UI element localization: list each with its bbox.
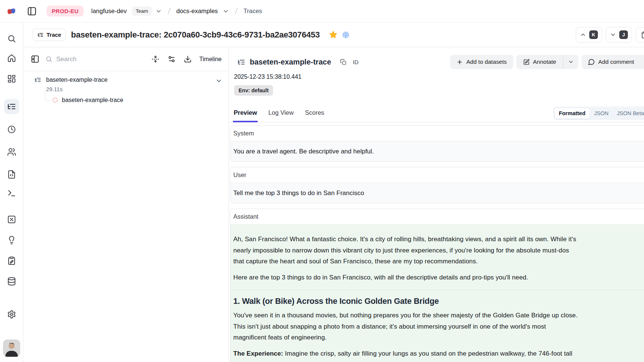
- annotate-dropdown-chevron-icon[interactable]: [563, 55, 578, 69]
- observation-tree-panel: Timeline baseten-example-trace 29.11s: [23, 47, 229, 362]
- search-icon[interactable]: [7, 34, 16, 43]
- assistant-section-heading: 1. Walk (or Bike) Across the Iconic Gold…: [233, 298, 644, 305]
- add-comment-button[interactable]: Add comment: [582, 55, 644, 69]
- id-label[interactable]: ID: [353, 59, 359, 65]
- copy-id-icon[interactable]: [340, 59, 347, 65]
- tab-scores[interactable]: Scores: [304, 105, 325, 122]
- tree-root-label: baseten-example-trace: [46, 77, 108, 83]
- datasets-database-icon[interactable]: [7, 277, 16, 286]
- comment-bubble-icon: [588, 59, 595, 65]
- public-globe-icon[interactable]: [342, 31, 350, 39]
- tree-search: [45, 56, 143, 63]
- trace-type-label: Trace: [47, 32, 61, 38]
- markdown-divider: [233, 290, 644, 290]
- message-list: System You are a travel agent. Be descri…: [229, 122, 644, 362]
- bookmark-star-icon[interactable]: [329, 30, 338, 39]
- delete-trace-button[interactable]: [636, 27, 644, 43]
- detail-title: baseten-example-trace: [250, 58, 331, 66]
- search-input[interactable]: [56, 56, 113, 63]
- chevron-up-icon: [580, 32, 586, 38]
- settings-gear-icon[interactable]: [7, 310, 16, 319]
- view-mode-segmented-control: Formatted JSON JSON Beta: [553, 107, 644, 120]
- tab-preview[interactable]: Preview: [233, 105, 258, 122]
- assistant-experience-paragraph: The Experience: Imagine the crisp, salty…: [233, 348, 644, 359]
- previous-trace-button[interactable]: K: [576, 27, 602, 43]
- sidebar-toggle-icon[interactable]: [26, 6, 38, 17]
- tree-child-label: baseten-example-trace: [62, 97, 123, 104]
- view-mode-json[interactable]: JSON: [590, 108, 613, 119]
- tree-root-item[interactable]: baseten-example-trace 29.11s: [23, 77, 228, 92]
- tab-log-view[interactable]: Log View: [267, 105, 294, 122]
- org-type-badge[interactable]: Team: [132, 6, 152, 16]
- shortcut-key-k: K: [589, 30, 598, 39]
- collapse-all-icon[interactable]: [152, 55, 159, 63]
- annotate-label: Annotate: [533, 59, 556, 65]
- square-pen-icon: [523, 59, 530, 65]
- prompts-file-code-icon[interactable]: [7, 170, 16, 179]
- system-message-card: System You are a travel agent. Be descri…: [230, 125, 644, 162]
- detail-actions: Add to datasets Annotate: [450, 55, 644, 69]
- tree-root-duration: 29.11s: [46, 86, 228, 92]
- trash-icon: [641, 31, 644, 39]
- trace-header-bar: Trace baseten-example-trace: 2c070a60-3c…: [23, 23, 644, 47]
- message-role-label: User: [230, 167, 644, 183]
- chevron-down-icon: [610, 32, 616, 38]
- breadcrumb-project[interactable]: docs-examples: [176, 8, 218, 15]
- tree-settings-sliders-icon[interactable]: [168, 55, 176, 63]
- breadcrumb-current-page[interactable]: Traces: [243, 8, 262, 15]
- view-mode-formatted[interactable]: Formatted: [554, 108, 590, 119]
- tree-child-item[interactable]: baseten-example-trace: [23, 97, 228, 104]
- add-comment-label: Add comment: [598, 59, 634, 65]
- shortcut-key-j: J: [619, 30, 628, 39]
- next-trace-button[interactable]: J: [606, 27, 632, 43]
- dashboard-icon[interactable]: [7, 74, 16, 83]
- timeline-toggle[interactable]: Timeline: [199, 56, 222, 63]
- breadcrumb-separator: /: [235, 6, 238, 16]
- langfuse-logo-icon: [5, 5, 17, 17]
- annotate-split-button: Annotate: [516, 55, 578, 69]
- sessions-clock-icon[interactable]: [7, 125, 16, 134]
- user-avatar[interactable]: [3, 339, 20, 357]
- experience-bold-label: The Experience:: [233, 350, 283, 357]
- collapse-node-chevron-icon[interactable]: [215, 77, 222, 84]
- trace-navigation-buttons: K J: [576, 27, 644, 43]
- plus-icon: [456, 59, 463, 65]
- breadcrumb-separator: /: [167, 6, 171, 16]
- generation-icon: [52, 97, 59, 104]
- users-icon[interactable]: [7, 147, 16, 156]
- annotation-clipboard-pen-icon[interactable]: [7, 256, 16, 265]
- collapse-panel-icon[interactable]: [31, 55, 39, 63]
- playground-terminal-icon[interactable]: [7, 189, 16, 198]
- assistant-intro-paragraph: Ah, San Francisco! What a fantastic choi…: [233, 234, 644, 267]
- tree-toolbar: Timeline: [23, 47, 228, 71]
- assistant-message-body: Ah, San Francisco! What a fantastic choi…: [230, 225, 644, 362]
- breadcrumb-organization[interactable]: langfuse-dev: [91, 8, 126, 15]
- sidebar-item-tracing[interactable]: [4, 99, 19, 114]
- user-message-card: User Tell me the top 3 things to do in S…: [230, 167, 644, 203]
- project-dropdown-chevron-icon[interactable]: [222, 8, 229, 15]
- annotate-button[interactable]: Annotate: [516, 55, 563, 69]
- assistant-lead-in-paragraph: Here are the top 3 things to do in San F…: [233, 272, 644, 283]
- trace-tree-icon: [38, 32, 44, 38]
- observation-tree: baseten-example-trace 29.11s baseten-exa…: [23, 71, 228, 104]
- insights-lightbulb-icon[interactable]: [7, 236, 16, 245]
- message-role-label: Assistant: [230, 209, 644, 225]
- trace-tree-icon: [237, 58, 245, 66]
- trace-title: baseten-example-trace: 2c070a60-3cb9-43c…: [71, 30, 320, 40]
- view-mode-json-beta[interactable]: JSON Beta: [612, 108, 644, 119]
- assistant-section-paragraph: You've seen it in a thousand movies, but…: [233, 310, 644, 343]
- navigation-rail: [0, 23, 23, 362]
- trace-type-badge: Trace: [33, 29, 66, 41]
- env-badge: Env: default: [234, 85, 273, 96]
- detail-tabs-bar: Preview Log View Scores Formatted JSON J…: [229, 105, 644, 122]
- trace-detail-panel: baseten-example-trace ID Add to datasets: [229, 47, 644, 362]
- experience-text: Imagine the crisp, salty air filling you…: [283, 350, 572, 357]
- download-icon[interactable]: [184, 55, 192, 63]
- org-dropdown-chevron-icon[interactable]: [155, 8, 162, 15]
- environment-badge[interactable]: PROD-EU: [47, 6, 84, 17]
- home-icon[interactable]: [7, 54, 16, 63]
- add-to-datasets-label: Add to datasets: [466, 59, 507, 65]
- add-to-datasets-button[interactable]: Add to datasets: [450, 55, 513, 69]
- message-role-label: System: [230, 126, 644, 141]
- evaluators-percent-icon[interactable]: [7, 215, 16, 224]
